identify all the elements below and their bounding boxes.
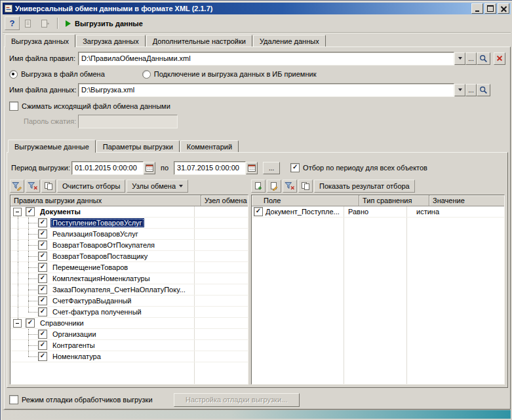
column-header-node[interactable]: Узел обмена [201, 195, 248, 206]
run-export-button[interactable]: Выгрузить данные [62, 16, 146, 30]
add-icon [254, 181, 263, 191]
tab-dop-nastroyki[interactable]: Дополнительные настройки [146, 35, 252, 47]
add-filter-row-button[interactable] [251, 180, 266, 193]
tree-item[interactable]: ✓ПеремещениеТоваров [10, 262, 248, 273]
chevron-down-icon [458, 88, 462, 91]
data-file-browse-button[interactable]: ... [465, 84, 477, 96]
checkbox-checked-icon[interactable]: ✓ [38, 341, 47, 350]
tree-item[interactable]: ✓Организации [10, 329, 248, 340]
checkbox-checked-icon[interactable]: ✓ [254, 207, 263, 216]
period-from-input[interactable]: 01.01.2015 0:00:00 [71, 161, 144, 175]
titlebar[interactable]: Универсальный обмен данными в формате XM… [3, 3, 511, 14]
tree-item[interactable]: ✓РеализацияТоваровУслуг [10, 229, 248, 240]
checkbox-checked-icon[interactable]: ✓ [38, 274, 47, 283]
edit-filter-row-button[interactable] [267, 180, 281, 193]
checkbox-checked-icon[interactable]: ✓ [38, 240, 47, 250]
collapse-icon[interactable] [13, 319, 22, 328]
maximize-button[interactable] [484, 3, 496, 14]
data-file-label: Имя файла данных: [9, 86, 78, 94]
collapse-icon[interactable] [13, 208, 22, 216]
tree-item[interactable]: ✓ВозвратТоваровОтПокупателя [10, 240, 248, 251]
debug-mode-checkbox[interactable]: Режим отладки обработчиков выгрузки [9, 395, 153, 404]
read-rules-button[interactable] [21, 16, 36, 30]
rules-file-open-button[interactable] [477, 52, 490, 65]
document-arrow-icon [40, 19, 50, 28]
radio-unselected-icon [142, 70, 151, 79]
close-button[interactable] [498, 3, 509, 14]
main-toolbar: ? Выгрузить данные [3, 14, 511, 33]
checkbox-checked-icon[interactable]: ✓ [38, 263, 47, 272]
checkbox-checked-icon[interactable]: ✓ [26, 207, 35, 216]
rules-file-dropdown-button[interactable] [454, 52, 465, 65]
tree-item[interactable]: ✓КомплектацияНоменклатуры [10, 273, 248, 284]
checkbox-checked-icon[interactable]: ✓ [38, 330, 47, 339]
column-header-rules[interactable]: Правила выгрузки данных [10, 195, 201, 206]
checkbox-checked-icon[interactable]: ✓ [38, 252, 47, 261]
rules-file-browse-button[interactable]: ... [465, 52, 477, 65]
tree-item[interactable]: ✓ВозвратТоваровПоставщику [10, 251, 248, 262]
checkbox-checked-icon[interactable]: ✓ [38, 307, 47, 316]
tree-group-row[interactable]: ✓ Документы [10, 206, 248, 218]
copy-filter-row-button[interactable] [298, 180, 313, 193]
column-separator [344, 206, 344, 384]
chevron-down-icon [458, 57, 462, 60]
rules-file-clear-button[interactable] [494, 52, 505, 65]
period-to-word: по [161, 164, 168, 172]
save-settings-button[interactable] [37, 16, 52, 30]
checkbox-checked-icon[interactable]: ✓ [38, 296, 47, 305]
period-browse-button[interactable]: ... [263, 162, 280, 174]
data-file-input[interactable]: D:\Выгрузка.xml [78, 83, 454, 97]
tree-item[interactable]: ✓ЗаказПокупателя_СчетНаОплатуПоку... [10, 284, 248, 296]
clear-filters-button[interactable]: Очистить отборы [57, 180, 125, 193]
data-file-open-button[interactable] [477, 84, 490, 96]
filter-value: истина [414, 208, 504, 216]
column-header-field[interactable]: Поле [252, 195, 359, 206]
export-rules-table: Правила выгрузки данных Узел обмена ✓ До… [10, 195, 248, 385]
compress-checkbox[interactable]: Сжимать исходящий файл обмена данными [9, 102, 170, 111]
tab-vygruzka-dannyh[interactable]: Выгрузка данных [5, 34, 75, 47]
tab-zagruzka-dannyh[interactable]: Загрузка данных [76, 35, 146, 47]
data-file-dropdown-button[interactable] [454, 84, 465, 96]
period-from-calendar-button[interactable] [144, 162, 155, 174]
tree-group-row[interactable]: ✓ Справочники [10, 318, 248, 329]
clear-filter-row-button[interactable] [283, 180, 297, 193]
funnel-clear-icon [285, 181, 295, 191]
period-to-calendar-button[interactable] [246, 162, 258, 174]
rules-file-input[interactable]: D:\ПравилаОбменаДанными.xml [78, 52, 454, 66]
radio-export-to-ib[interactable]: Подключение и выгрузка данных в ИБ прием… [142, 70, 317, 79]
minimize-button[interactable] [471, 3, 483, 14]
radio-export-to-file[interactable]: Выгрузка в файл обмена [9, 70, 105, 79]
tab-vygruzhaemye-dannye[interactable]: Выгружаемые данные [8, 140, 96, 153]
export-rules-tree[interactable]: ✓ Документы ✓ПоступлениеТоваровУслуг ✓Ре… [10, 206, 248, 384]
chevron-down-icon [179, 185, 183, 187]
period-to-input[interactable]: 31.07.2015 0:00:00 [174, 161, 246, 175]
run-arrow-icon [66, 20, 71, 27]
checkbox-checked-icon[interactable]: ✓ [26, 318, 35, 328]
column-header-comparison[interactable]: Тип сравнения [359, 195, 429, 206]
checkbox-checked-icon: ✓ [290, 163, 300, 172]
show-filter-result-button[interactable]: Показать результат отбора [314, 180, 415, 193]
tree-item[interactable]: ✓Счет-фактура полученный [10, 307, 248, 318]
filter-disable-button[interactable] [26, 180, 40, 193]
checkbox-unchecked-icon [9, 395, 18, 404]
tree-item[interactable]: ✓СчетФактураВыданный [10, 296, 248, 307]
checkbox-checked-icon[interactable]: ✓ [38, 229, 47, 239]
filter-table-body[interactable]: ✓ Документ_Поступле... Равно истина [252, 206, 504, 384]
help-button[interactable]: ? [5, 16, 20, 30]
tab-parametry-vygruzki[interactable]: Параметры выгрузки [96, 140, 180, 152]
checkbox-checked-icon[interactable]: ✓ [38, 352, 47, 361]
period-label: Период выгрузки: [11, 164, 71, 172]
exchange-nodes-button[interactable]: Узлы обмена [127, 180, 188, 193]
filter-settings-button[interactable] [10, 180, 24, 193]
checkbox-checked-icon[interactable]: ✓ [38, 218, 47, 227]
tab-kommentariy[interactable]: Комментарий [180, 140, 239, 152]
tree-item[interactable]: ✓Номенклатура [10, 351, 248, 362]
period-filter-all-checkbox[interactable]: ✓ Отбор по периоду для всех объектов [290, 163, 427, 172]
filter-row[interactable]: ✓ Документ_Поступле... Равно истина [252, 206, 504, 218]
column-header-value[interactable]: Значение [429, 195, 504, 206]
tree-item-selected[interactable]: ✓ПоступлениеТоваровУслуг [10, 218, 248, 229]
tree-item[interactable]: ✓Контрагенты [10, 340, 248, 351]
checkbox-checked-icon[interactable]: ✓ [38, 285, 47, 294]
filter-copy-button[interactable] [41, 180, 56, 193]
tab-udalenie-dannyh[interactable]: Удаление данных [253, 35, 326, 47]
